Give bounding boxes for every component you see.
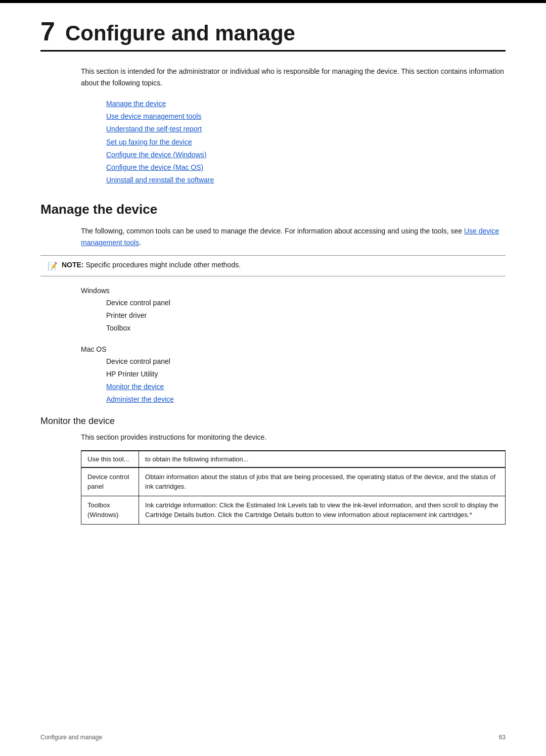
intro-paragraph: This section is intended for the adminis… — [81, 66, 506, 88]
toc-link-4[interactable]: Configure the device (Windows) — [106, 149, 506, 161]
monitor-subsection-intro: This section provides instructions for m… — [81, 432, 506, 443]
monitor-subsection-heading: Monitor the device — [40, 416, 506, 427]
table-row: Device control panel Obtain information … — [81, 467, 506, 496]
windows-items: Device control panel Printer driver Tool… — [106, 297, 506, 335]
toc-link-1[interactable]: Use device management tools — [106, 110, 506, 123]
note-box: 📝 NOTE: Specific procedures might includ… — [40, 255, 506, 276]
table-cell-info-1: Ink cartridge information: Click the Est… — [139, 496, 506, 524]
footer-page-number: 63 — [499, 734, 506, 741]
page-container: 7 Configure and manage This section is i… — [0, 0, 546, 756]
table-header-tool: Use this tool... — [81, 451, 139, 467]
table-cell-tool-1: Toolbox (Windows) — [81, 496, 139, 524]
note-label: NOTE: Specific procedures might include … — [62, 261, 241, 269]
chapter-heading: 7 Configure and manage — [40, 18, 506, 52]
toc-link-2[interactable]: Understand the self-test report — [106, 123, 506, 135]
chapter-number: 7 — [40, 18, 55, 44]
manage-intro-end: . — [139, 239, 141, 247]
manage-section-heading: Manage the device — [40, 202, 506, 217]
macos-item-1: HP Printer Utility — [106, 368, 506, 381]
toc-link-0[interactable]: Manage the device — [106, 98, 506, 110]
content-area: 7 Configure and manage This section is i… — [0, 3, 546, 565]
macos-label: Mac OS — [81, 345, 506, 353]
table-cell-tool-0: Device control panel — [81, 467, 139, 496]
monitor-table: Use this tool... to obtain the following… — [81, 450, 506, 525]
table-cell-info-0: Obtain information about the status of j… — [139, 467, 506, 496]
manage-intro-text: The following, common tools can be used … — [81, 227, 464, 235]
table-row: Toolbox (Windows) Ink cartridge informat… — [81, 496, 506, 524]
macos-items: Device control panel HP Printer Utility … — [106, 355, 506, 406]
toc-link-5[interactable]: Configure the device (Mac OS) — [106, 161, 506, 174]
toc-links: Manage the device Use device management … — [106, 98, 506, 186]
windows-item-2: Toolbox — [106, 322, 506, 335]
manage-section-intro: The following, common tools can be used … — [81, 225, 506, 248]
note-icon: 📝 — [48, 261, 58, 271]
macos-link-1[interactable]: Administer the device — [106, 393, 506, 406]
footer-chapter-label: Configure and manage — [40, 734, 102, 741]
toc-link-6[interactable]: Uninstall and reinstall the software — [106, 174, 506, 186]
table-header-row: Use this tool... to obtain the following… — [81, 451, 506, 467]
chapter-title: Configure and manage — [65, 22, 295, 45]
table-header-info: to obtain the following information... — [139, 451, 506, 467]
toc-link-3[interactable]: Set up faxing for the device — [106, 136, 506, 149]
page-footer: Configure and manage 63 — [40, 734, 506, 741]
windows-label: Windows — [81, 287, 506, 295]
windows-item-0: Device control panel — [106, 297, 506, 309]
macos-link-0[interactable]: Monitor the device — [106, 381, 506, 393]
windows-item-1: Printer driver — [106, 309, 506, 322]
macos-section: Mac OS Device control panel HP Printer U… — [81, 345, 506, 406]
windows-section: Windows Device control panel Printer dri… — [81, 287, 506, 335]
macos-item-0: Device control panel — [106, 355, 506, 368]
